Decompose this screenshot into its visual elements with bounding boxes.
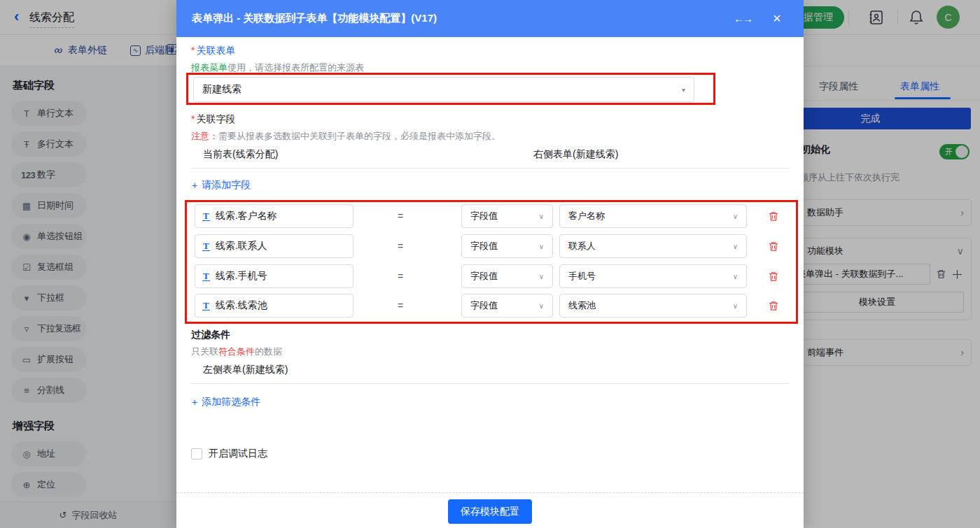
helper-rest-text: 使用，请选择报表所配置的来源表 xyxy=(227,62,364,73)
equals-operator: = xyxy=(398,211,403,222)
add-filter-link[interactable]: +添加筛选条件 xyxy=(192,396,260,408)
right-field-select[interactable]: 联系人∨ xyxy=(559,234,747,258)
column-header-right: 右侧表单(新建线索) xyxy=(533,148,618,161)
screen: ‹ 线索分配 数据管理 C 表单外链 ∿ 后端脚本 ▮ 预览 保存 基础字段 xyxy=(0,0,980,528)
text-field-icon: T xyxy=(202,301,210,311)
modal-footer-divider xyxy=(176,492,804,493)
value-type-select[interactable]: 字段值∨ xyxy=(461,294,553,317)
equals-operator: = xyxy=(398,241,403,252)
left-field-input[interactable]: T线索.线索池 xyxy=(195,294,354,317)
link-form-section-label: *关联表单 xyxy=(191,45,235,57)
link-form-helper: 报表菜单使用，请选择报表所配置的来源表 xyxy=(191,62,364,74)
right-field-value: 客户名称 xyxy=(568,210,605,222)
right-field-value: 线索池 xyxy=(568,299,596,312)
value-type-value: 字段值 xyxy=(470,299,498,312)
modal-header: 表单弹出 - 关联数据到子表单【功能模块配置】(V17) ←→ × xyxy=(176,0,804,37)
right-field-select[interactable]: 手机号∨ xyxy=(559,264,747,288)
select-caret-icon: ∨ xyxy=(539,213,544,220)
linked-form-selected-value: 新建线索 xyxy=(202,83,241,96)
add-filter-label: 添加筛选条件 xyxy=(202,396,260,408)
filter-table-label: 左侧表单(新建线索) xyxy=(203,364,288,376)
link-form-label-text: 关联表单 xyxy=(196,45,235,56)
left-field-value: 线索.客户名称 xyxy=(216,210,277,222)
field-mapping-row: T线索.联系人 = 字段值∨ 联系人∨ xyxy=(176,234,804,258)
link-fields-label-text: 关联字段 xyxy=(196,113,235,124)
field-mapping-row: T线索.客户名称 = 字段值∨ 客户名称∨ xyxy=(176,204,804,228)
value-type-select[interactable]: 字段值∨ xyxy=(461,234,553,258)
filter-helper-red: 符合条件 xyxy=(218,346,255,357)
text-field-icon: T xyxy=(202,211,210,221)
right-field-value: 手机号 xyxy=(568,270,596,283)
delete-row-icon[interactable] xyxy=(768,211,779,222)
left-field-input[interactable]: T线索.客户名称 xyxy=(195,204,354,228)
plus-icon: + xyxy=(192,180,197,191)
note-text: 需要从报表多选数据中关联到子表单的字段，必须是报表中添加字段。 xyxy=(218,131,500,141)
delete-row-icon[interactable] xyxy=(768,241,779,252)
filter-helper-pre: 只关联 xyxy=(191,346,218,357)
plus-icon: + xyxy=(192,397,197,408)
left-field-value: 线索.手机号 xyxy=(216,270,267,283)
required-mark: * xyxy=(191,113,195,124)
field-mapping-row: T线索.线索池 = 字段值∨ 线索池∨ xyxy=(176,294,804,317)
delete-row-icon[interactable] xyxy=(768,300,779,312)
text-field-icon: T xyxy=(202,271,210,281)
delete-row-icon[interactable] xyxy=(768,271,779,283)
filter-section-label: 过滤条件 xyxy=(191,329,230,341)
left-field-value: 线索.联系人 xyxy=(216,240,267,252)
debug-log-option: 开启调试日志 xyxy=(191,448,267,460)
select-caret-icon: ∨ xyxy=(733,243,738,250)
filter-helper-post: 的数据 xyxy=(255,346,282,357)
helper-green-text: 报表菜单 xyxy=(191,62,227,73)
select-caret-icon: ∨ xyxy=(733,302,738,310)
field-mapping-row: T线索.手机号 = 字段值∨ 手机号∨ xyxy=(176,264,804,288)
filter-helper: 只关联符合条件的数据 xyxy=(191,345,282,358)
add-field-label: 请添加字段 xyxy=(202,179,251,192)
select-caret-icon: ∨ xyxy=(733,273,738,280)
right-field-select[interactable]: 线索池∨ xyxy=(559,294,747,317)
add-field-link[interactable]: +请添加字段 xyxy=(192,179,251,192)
left-field-input[interactable]: T线索.联系人 xyxy=(195,234,354,258)
debug-log-checkbox[interactable] xyxy=(191,448,202,459)
left-field-value: 线索.线索池 xyxy=(216,299,267,312)
text-field-icon: T xyxy=(202,241,210,251)
select-caret-icon: ∨ xyxy=(539,243,544,250)
linked-form-select[interactable]: 新建线索 ▾ xyxy=(193,77,694,102)
divider xyxy=(190,168,790,169)
modal-title: 表单弹出 - 关联数据到子表单【功能模块配置】(V17) xyxy=(192,12,437,25)
value-type-select[interactable]: 字段值∨ xyxy=(461,204,553,228)
select-caret-icon: ∨ xyxy=(539,302,544,310)
equals-operator: = xyxy=(398,300,403,311)
caret-down-icon: ▾ xyxy=(682,86,685,94)
divider xyxy=(190,383,790,384)
value-type-value: 字段值 xyxy=(470,240,498,252)
save-module-config-button[interactable]: 保存模块配置 xyxy=(448,499,532,524)
value-type-select[interactable]: 字段值∨ xyxy=(461,264,553,288)
right-field-select[interactable]: 客户名称∨ xyxy=(559,204,747,228)
module-config-modal: 表单弹出 - 关联数据到子表单【功能模块配置】(V17) ←→ × *关联表单 … xyxy=(176,0,804,528)
value-type-value: 字段值 xyxy=(470,270,498,283)
note-label: 注意： xyxy=(191,131,218,141)
value-type-value: 字段值 xyxy=(470,210,498,222)
select-caret-icon: ∨ xyxy=(539,273,544,280)
link-fields-section-label: *关联字段 xyxy=(191,113,235,126)
expand-icon[interactable]: ←→ xyxy=(734,0,752,37)
equals-operator: = xyxy=(398,271,403,282)
required-mark: * xyxy=(191,45,195,56)
close-icon[interactable]: × xyxy=(773,0,781,37)
link-fields-note: 注意：需要从报表多选数据中关联到子表单的字段，必须是报表中添加字段。 xyxy=(191,130,500,143)
save-module-config-label: 保存模块配置 xyxy=(461,506,519,518)
column-header-left: 当前表(线索分配) xyxy=(203,148,278,161)
select-caret-icon: ∨ xyxy=(733,213,738,220)
debug-log-label: 开启调试日志 xyxy=(209,448,267,460)
left-field-input[interactable]: T线索.手机号 xyxy=(195,264,354,288)
right-field-value: 联系人 xyxy=(568,240,596,252)
